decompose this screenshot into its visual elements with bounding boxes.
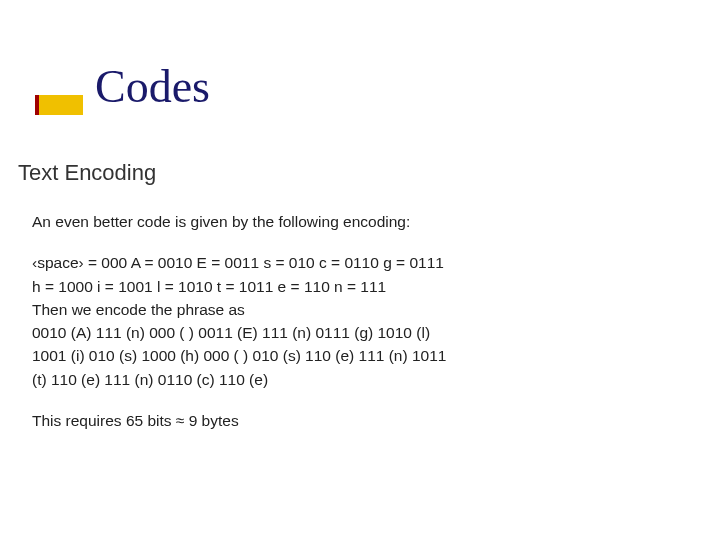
codes-line-1: ‹space› = 000 A = 0010 E = 0011 s = 010 … [32,251,682,274]
slide-subtitle: Text Encoding [18,160,156,186]
encoded-line-2: 1001 (i) 010 (s) 1000 (h) 000 ( ) 010 (s… [32,344,682,367]
codes-line-2: h = 1000 i = 1001 l = 1010 t = 1011 e = … [32,275,682,298]
encoded-line-1: 0010 (A) 111 (n) 000 ( ) 0011 (E) 111 (n… [32,321,682,344]
slide-title: Codes [95,60,210,113]
result-text: This requires 65 bits ≈ 9 bytes [32,409,682,432]
encoded-line-3: (t) 110 (e) 111 (n) 0110 (c) 110 (e) [32,368,682,391]
title-accent-bar [35,95,83,115]
encode-intro: Then we encode the phrase as [32,298,682,321]
content-area: An even better code is given by the foll… [32,210,682,432]
encoding-block: ‹space› = 000 A = 0010 E = 0011 s = 010 … [32,251,682,391]
intro-text: An even better code is given by the foll… [32,210,682,233]
